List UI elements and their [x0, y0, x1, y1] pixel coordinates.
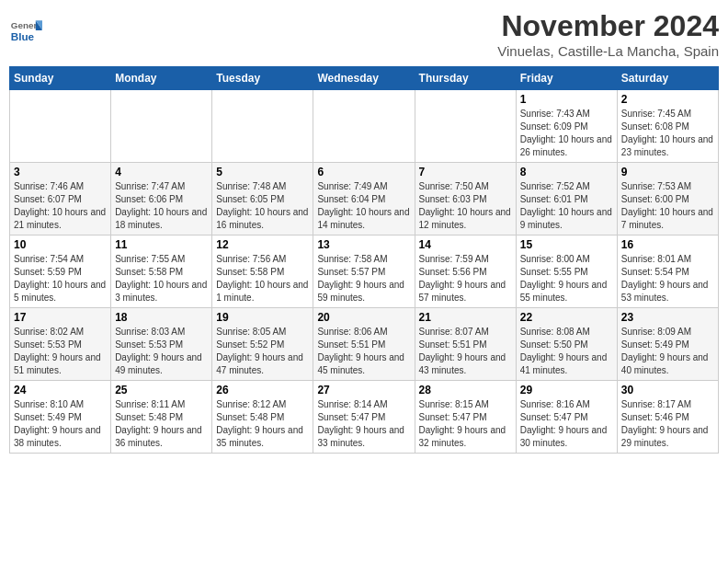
day-number: 25 — [115, 384, 208, 396]
day-info: Sunrise: 8:06 AM Sunset: 5:51 PM Dayligh… — [317, 326, 410, 377]
day-number: 26 — [216, 384, 309, 396]
day-number: 3 — [14, 166, 107, 178]
day-info: Sunrise: 7:56 AM Sunset: 5:58 PM Dayligh… — [216, 253, 309, 304]
calendar-cell: 18Sunrise: 8:03 AM Sunset: 5:53 PM Dayli… — [111, 308, 212, 381]
calendar-cell: 25Sunrise: 8:11 AM Sunset: 5:48 PM Dayli… — [111, 381, 212, 454]
calendar-cell: 19Sunrise: 8:05 AM Sunset: 5:52 PM Dayli… — [212, 308, 313, 381]
day-info: Sunrise: 7:48 AM Sunset: 6:05 PM Dayligh… — [216, 180, 309, 232]
calendar-cell: 26Sunrise: 8:12 AM Sunset: 5:48 PM Dayli… — [212, 381, 313, 454]
day-number: 13 — [317, 238, 410, 251]
day-number: 16 — [621, 238, 714, 251]
calendar-cell: 9Sunrise: 7:53 AM Sunset: 6:00 PM Daylig… — [617, 163, 718, 236]
day-info: Sunrise: 7:59 AM Sunset: 5:56 PM Dayligh… — [419, 253, 512, 304]
svg-text:Blue: Blue — [11, 30, 35, 42]
day-number: 15 — [520, 238, 613, 251]
day-info: Sunrise: 8:16 AM Sunset: 5:47 PM Dayligh… — [520, 398, 613, 450]
day-info: Sunrise: 7:54 AM Sunset: 5:59 PM Dayligh… — [14, 253, 107, 304]
day-info: Sunrise: 8:08 AM Sunset: 5:50 PM Dayligh… — [520, 326, 613, 377]
day-info: Sunrise: 8:10 AM Sunset: 5:49 PM Dayligh… — [14, 398, 107, 450]
day-info: Sunrise: 8:07 AM Sunset: 5:51 PM Dayligh… — [419, 326, 512, 377]
calendar-cell: 27Sunrise: 8:14 AM Sunset: 5:47 PM Dayli… — [313, 381, 415, 454]
day-header: Monday — [111, 67, 212, 90]
day-header: Sunday — [10, 67, 111, 90]
day-info: Sunrise: 8:03 AM Sunset: 5:53 PM Dayligh… — [115, 326, 208, 377]
day-info: Sunrise: 7:52 AM Sunset: 6:01 PM Dayligh… — [520, 180, 613, 232]
day-header: Tuesday — [212, 67, 313, 90]
calendar-cell: 7Sunrise: 7:50 AM Sunset: 6:03 PM Daylig… — [415, 163, 516, 236]
calendar-cell — [10, 90, 111, 163]
day-number: 5 — [216, 166, 309, 178]
day-info: Sunrise: 7:46 AM Sunset: 6:07 PM Dayligh… — [14, 180, 107, 232]
calendar-cell: 20Sunrise: 8:06 AM Sunset: 5:51 PM Dayli… — [313, 308, 415, 381]
day-number: 29 — [520, 384, 613, 396]
day-info: Sunrise: 7:55 AM Sunset: 5:58 PM Dayligh… — [115, 253, 208, 304]
page-header: General Blue November 2024 Vinuelas, Cas… — [9, 9, 719, 59]
calendar-cell: 15Sunrise: 8:00 AM Sunset: 5:55 PM Dayli… — [516, 236, 617, 308]
month-title: November 2024 — [497, 9, 719, 43]
calendar-cell: 6Sunrise: 7:49 AM Sunset: 6:04 PM Daylig… — [313, 163, 415, 236]
day-number: 28 — [419, 384, 512, 396]
day-number: 23 — [621, 311, 714, 324]
day-number: 17 — [14, 311, 107, 324]
day-header: Thursday — [415, 67, 516, 90]
logo: General Blue — [9, 14, 46, 47]
day-number: 4 — [115, 166, 208, 178]
title-section: November 2024 Vinuelas, Castille-La Manc… — [497, 9, 719, 59]
day-number: 22 — [520, 311, 613, 324]
calendar-cell: 13Sunrise: 7:58 AM Sunset: 5:57 PM Dayli… — [313, 236, 415, 308]
calendar-cell: 11Sunrise: 7:55 AM Sunset: 5:58 PM Dayli… — [111, 236, 212, 308]
day-number: 27 — [317, 384, 410, 396]
day-info: Sunrise: 8:15 AM Sunset: 5:47 PM Dayligh… — [419, 398, 512, 450]
day-info: Sunrise: 8:00 AM Sunset: 5:55 PM Dayligh… — [520, 253, 613, 304]
calendar-cell: 12Sunrise: 7:56 AM Sunset: 5:58 PM Dayli… — [212, 236, 313, 308]
day-number: 24 — [14, 384, 107, 396]
calendar-table: SundayMondayTuesdayWednesdayThursdayFrid… — [9, 66, 719, 454]
day-info: Sunrise: 7:53 AM Sunset: 6:00 PM Dayligh… — [621, 180, 714, 232]
day-number: 9 — [621, 166, 714, 178]
day-number: 18 — [115, 311, 208, 324]
calendar-cell: 10Sunrise: 7:54 AM Sunset: 5:59 PM Dayli… — [10, 236, 111, 308]
day-number: 30 — [621, 384, 714, 396]
calendar-cell: 17Sunrise: 8:02 AM Sunset: 5:53 PM Dayli… — [10, 308, 111, 381]
day-number: 10 — [14, 238, 107, 251]
calendar-cell — [415, 90, 516, 163]
calendar-cell: 28Sunrise: 8:15 AM Sunset: 5:47 PM Dayli… — [415, 381, 516, 454]
calendar-cell: 14Sunrise: 7:59 AM Sunset: 5:56 PM Dayli… — [415, 236, 516, 308]
day-number: 21 — [419, 311, 512, 324]
calendar-cell: 16Sunrise: 8:01 AM Sunset: 5:54 PM Dayli… — [617, 236, 718, 308]
calendar-cell — [111, 90, 212, 163]
calendar-cell: 8Sunrise: 7:52 AM Sunset: 6:01 PM Daylig… — [516, 163, 617, 236]
calendar-cell — [313, 90, 415, 163]
day-info: Sunrise: 8:02 AM Sunset: 5:53 PM Dayligh… — [14, 326, 107, 377]
day-info: Sunrise: 8:01 AM Sunset: 5:54 PM Dayligh… — [621, 253, 714, 304]
calendar-cell: 2Sunrise: 7:45 AM Sunset: 6:08 PM Daylig… — [617, 90, 718, 163]
calendar-cell: 23Sunrise: 8:09 AM Sunset: 5:49 PM Dayli… — [617, 308, 718, 381]
day-number: 8 — [520, 166, 613, 178]
day-info: Sunrise: 7:45 AM Sunset: 6:08 PM Dayligh… — [621, 108, 714, 159]
day-number: 14 — [419, 238, 512, 251]
day-info: Sunrise: 8:05 AM Sunset: 5:52 PM Dayligh… — [216, 326, 309, 377]
calendar-cell: 1Sunrise: 7:43 AM Sunset: 6:09 PM Daylig… — [516, 90, 617, 163]
day-number: 12 — [216, 238, 309, 251]
day-info: Sunrise: 7:49 AM Sunset: 6:04 PM Dayligh… — [317, 180, 410, 232]
day-header: Saturday — [617, 67, 718, 90]
day-number: 1 — [520, 93, 613, 106]
calendar-cell: 30Sunrise: 8:17 AM Sunset: 5:46 PM Dayli… — [617, 381, 718, 454]
calendar-cell: 5Sunrise: 7:48 AM Sunset: 6:05 PM Daylig… — [212, 163, 313, 236]
calendar-cell — [212, 90, 313, 163]
day-info: Sunrise: 8:14 AM Sunset: 5:47 PM Dayligh… — [317, 398, 410, 450]
day-header: Wednesday — [313, 67, 415, 90]
day-number: 6 — [317, 166, 410, 178]
day-info: Sunrise: 7:43 AM Sunset: 6:09 PM Dayligh… — [520, 108, 613, 159]
calendar-cell: 29Sunrise: 8:16 AM Sunset: 5:47 PM Dayli… — [516, 381, 617, 454]
calendar-cell: 22Sunrise: 8:08 AM Sunset: 5:50 PM Dayli… — [516, 308, 617, 381]
calendar-cell: 21Sunrise: 8:07 AM Sunset: 5:51 PM Dayli… — [415, 308, 516, 381]
day-info: Sunrise: 8:09 AM Sunset: 5:49 PM Dayligh… — [621, 326, 714, 377]
day-number: 2 — [621, 93, 714, 106]
day-number: 20 — [317, 311, 410, 324]
day-info: Sunrise: 8:17 AM Sunset: 5:46 PM Dayligh… — [621, 398, 714, 450]
day-number: 7 — [419, 166, 512, 178]
location: Vinuelas, Castille-La Mancha, Spain — [497, 43, 719, 59]
day-info: Sunrise: 7:47 AM Sunset: 6:06 PM Dayligh… — [115, 180, 208, 232]
calendar-cell: 24Sunrise: 8:10 AM Sunset: 5:49 PM Dayli… — [10, 381, 111, 454]
